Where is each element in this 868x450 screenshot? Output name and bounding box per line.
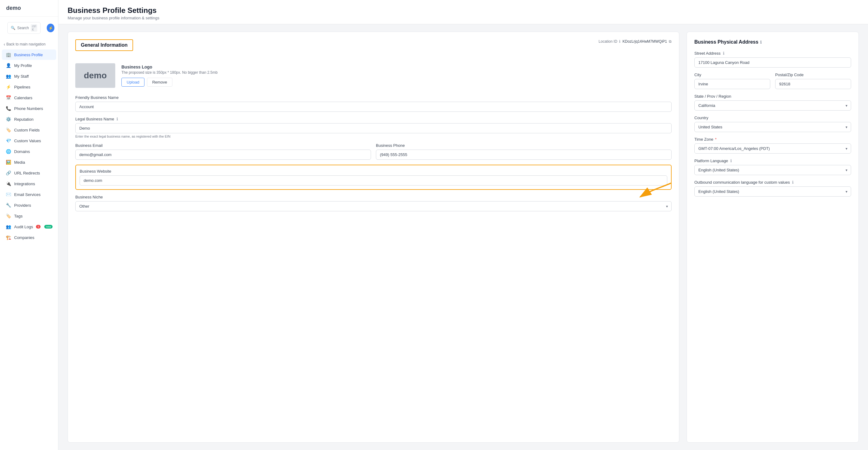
city-group: City xyxy=(694,72,770,89)
main-content: Business Profile Settings Manage your bu… xyxy=(58,0,868,450)
tags-icon: 🏷️ xyxy=(5,213,11,219)
platform-lang-select[interactable]: English (United States) xyxy=(694,165,851,175)
sidebar-item-label: Calendars xyxy=(14,96,32,100)
sidebar-item-pipelines[interactable]: ⚡ Pipelines xyxy=(2,82,56,92)
copy-icon[interactable]: ⧉ xyxy=(669,39,672,43)
legal-name-group: Legal Business Name ℹ Enter the exact le… xyxy=(75,117,672,138)
niche-select[interactable]: Other xyxy=(75,201,672,211)
sidebar-item-reputation[interactable]: ⚙️ Reputation xyxy=(2,114,56,124)
legal-name-info-icon: ℹ xyxy=(117,117,118,121)
platform-lang-select-wrapper: English (United States) xyxy=(694,165,851,175)
sidebar-item-label: Companies xyxy=(14,235,34,240)
legal-name-input[interactable] xyxy=(75,123,672,133)
location-id-value: KDozLrjq14HwM7MWQiP1 xyxy=(622,39,667,43)
timezone-required: * xyxy=(715,137,716,141)
search-button[interactable]: 🔍 Search ctrl K xyxy=(7,22,40,34)
sidebar-item-custom-values[interactable]: 💎 Custom Values xyxy=(2,135,56,146)
sidebar-item-url-redirects[interactable]: 🔗 URL Redirects xyxy=(2,168,56,178)
timezone-select[interactable]: GMT-07:00 America/Los_Angeles (PDT) xyxy=(694,143,851,154)
phone-group: Business Phone xyxy=(376,143,672,160)
sidebar-item-label: Email Services xyxy=(14,192,40,197)
content-area: General Information Location ID ℹ KDozLr… xyxy=(58,24,868,450)
state-select[interactable]: California xyxy=(694,100,851,110)
outbound-lang-select-wrapper: English (United States) xyxy=(694,187,851,197)
website-input[interactable] xyxy=(80,175,667,186)
audit-logs-icon: 👥 xyxy=(5,224,11,229)
domains-icon: 🌐 xyxy=(5,149,11,154)
country-select-wrapper: United States xyxy=(694,122,851,132)
phone-input[interactable] xyxy=(376,150,672,160)
physical-address-panel: Business Physical Address ℹ Street Addre… xyxy=(687,32,859,443)
sidebar-item-calendars[interactable]: 📅 Calendars xyxy=(2,92,56,103)
sidebar-item-label: Reputation xyxy=(14,117,33,122)
platform-lang-group: Platform Language ℹ English (United Stat… xyxy=(694,159,851,175)
friendly-name-group: Friendly Business Name xyxy=(75,95,672,112)
street-label: Street Address ℹ xyxy=(694,51,851,56)
sidebar-item-business-profile[interactable]: 🏢 Business Profile xyxy=(2,50,56,60)
page-header: Business Profile Settings Manage your bu… xyxy=(58,0,868,24)
country-select[interactable]: United States xyxy=(694,122,851,132)
website-label: Business Website xyxy=(80,169,667,173)
sidebar-item-email-services[interactable]: ✉️ Email Services xyxy=(2,189,56,200)
friendly-name-label: Friendly Business Name xyxy=(75,95,672,100)
postal-label: Postal/Zip Code xyxy=(775,72,851,77)
sidebar-item-tags[interactable]: 🏷️ Tags xyxy=(2,211,56,221)
sidebar-item-label: Domains xyxy=(14,149,30,154)
physical-address-title: Business Physical Address ℹ xyxy=(694,39,851,45)
sidebar-item-label: Audit Logs xyxy=(14,225,33,229)
email-label: Business Email xyxy=(75,143,371,148)
sidebar-item-custom-fields[interactable]: 🏷️ Custom Fields xyxy=(2,125,56,135)
city-input[interactable] xyxy=(694,79,770,89)
outbound-lang-group: Outbound communication language for cust… xyxy=(694,180,851,197)
audit-logs-new-badge: new xyxy=(44,225,53,228)
url-redirects-icon: 🔗 xyxy=(5,170,11,176)
logo-section: demo Business Logo The proposed size is … xyxy=(75,63,672,88)
reputation-icon: ⚙️ xyxy=(5,117,11,122)
sidebar-item-media[interactable]: 🖼️ Media xyxy=(2,157,56,167)
street-input[interactable] xyxy=(694,58,851,68)
location-id-label: Location ID xyxy=(599,39,618,43)
sidebar-item-integrations[interactable]: 🔌 Integrations xyxy=(2,179,56,189)
sidebar-item-domains[interactable]: 🌐 Domains xyxy=(2,146,56,157)
search-icon: 🔍 xyxy=(11,26,16,30)
location-id-row: Location ID ℹ KDozLrjq14HwM7MWQiP1 ⧉ xyxy=(599,39,672,43)
pipelines-icon: ⚡ xyxy=(5,84,11,90)
postal-group: Postal/Zip Code xyxy=(775,72,851,89)
niche-select-wrapper: Other xyxy=(75,201,672,211)
business-profile-icon: 🏢 xyxy=(5,52,11,58)
sidebar-item-companies[interactable]: 🏗️ Companies xyxy=(2,232,56,243)
legal-name-hint: Enter the exact legal business name, as … xyxy=(75,134,672,138)
search-label: Search xyxy=(17,26,29,30)
legal-name-label: Legal Business Name ℹ xyxy=(75,117,672,121)
email-phone-row: Business Email Business Phone xyxy=(75,143,672,165)
sidebar-item-my-profile[interactable]: 👤 My Profile xyxy=(2,60,56,71)
state-group: State / Prov / Region California xyxy=(694,94,851,110)
email-input[interactable] xyxy=(75,150,371,160)
sidebar-item-providers[interactable]: 🔧 Providers xyxy=(2,200,56,211)
outbound-lang-select[interactable]: English (United States) xyxy=(694,187,851,197)
back-nav[interactable]: Back to main navigation xyxy=(0,39,58,49)
sidebar-item-phone-numbers[interactable]: 📞 Phone Numbers xyxy=(2,103,56,114)
remove-button[interactable]: Remove xyxy=(147,78,172,87)
state-label: State / Prov / Region xyxy=(694,94,851,99)
sidebar-item-label: Business Profile xyxy=(14,53,43,57)
audit-logs-badge: 5 xyxy=(36,225,40,228)
sidebar-item-audit-logs[interactable]: 👥 Audit Logs 5 new xyxy=(2,222,56,232)
logo-text: demo xyxy=(84,71,107,81)
postal-input[interactable] xyxy=(775,79,851,89)
street-address-group: Street Address ℹ xyxy=(694,51,851,68)
general-info-panel: General Information Location ID ℹ KDozLr… xyxy=(68,32,679,443)
sidebar-item-label: Tags xyxy=(14,214,23,218)
custom-values-icon: 💎 xyxy=(5,138,11,143)
friendly-name-input[interactable] xyxy=(75,102,672,112)
timezone-select-wrapper: GMT-07:00 America/Los_Angeles (PDT) xyxy=(694,143,851,154)
logo-title: Business Logo xyxy=(121,65,218,69)
sidebar-item-my-staff[interactable]: 👥 My Staff xyxy=(2,71,56,82)
website-group: Business Website xyxy=(75,165,672,190)
media-icon: 🖼️ xyxy=(5,159,11,165)
phone-label: Business Phone xyxy=(376,143,672,148)
sidebar-item-label: Providers xyxy=(14,203,31,207)
flash-button[interactable]: ⚡ xyxy=(47,24,54,32)
upload-button[interactable]: Upload xyxy=(121,78,145,87)
city-label: City xyxy=(694,72,770,77)
